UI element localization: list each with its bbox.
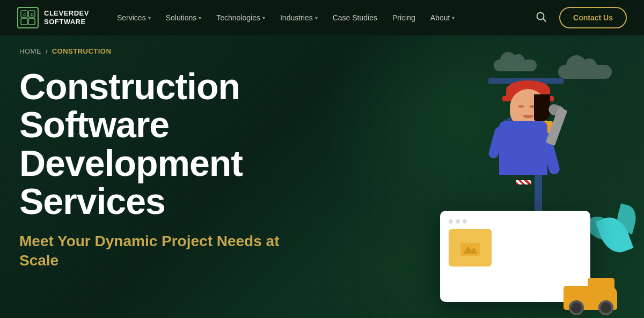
contact-us-button[interactable]: Contact Us <box>559 7 627 28</box>
worker-mouth <box>523 115 533 118</box>
svg-text:D: D <box>31 12 34 17</box>
logo[interactable]: C D CLEVERDEV SOFTWARE <box>17 7 89 28</box>
hero-title: Construction Software Development Servic… <box>19 68 320 221</box>
construction-vehicle <box>564 280 628 318</box>
breadcrumb-current: CONSTRUCTION <box>52 47 112 55</box>
screen-dot-1 <box>449 219 453 224</box>
vehicle-wheel-left <box>569 300 584 315</box>
screen-image <box>449 229 492 267</box>
nav-item-pricing[interactable]: Pricing <box>386 9 422 26</box>
main-nav: Services ▾ Solutions ▾ Technologies ▾ In… <box>111 9 531 26</box>
nav-item-solutions[interactable]: Solutions ▾ <box>159 9 208 26</box>
breadcrumb-separator: / <box>46 47 48 55</box>
chevron-down-icon: ▾ <box>452 15 455 21</box>
search-button[interactable] <box>531 7 551 29</box>
worker-hair <box>534 94 550 121</box>
svg-rect-3 <box>28 18 35 25</box>
svg-text:C: C <box>23 12 26 17</box>
hero-section: HOME / CONSTRUCTION Construction Softwar… <box>0 35 644 318</box>
hero-content: Construction Software Development Servic… <box>19 68 320 270</box>
site-header: C D CLEVERDEV SOFTWARE Services ▾ Soluti… <box>0 0 644 35</box>
chevron-down-icon: ▾ <box>199 15 201 21</box>
nav-item-about[interactable]: About ▾ <box>424 9 462 26</box>
svg-point-10 <box>473 244 477 248</box>
chevron-down-icon: ▾ <box>262 15 265 21</box>
screen-dot-3 <box>463 219 467 224</box>
plant-decoration <box>585 200 639 275</box>
breadcrumb-home[interactable]: HOME <box>19 47 41 55</box>
nav-item-case-studies[interactable]: Case Studies <box>326 9 384 26</box>
logo-icon: C D <box>17 7 39 28</box>
nav-item-industries[interactable]: Industries ▾ <box>274 9 324 26</box>
breadcrumb: HOME / CONSTRUCTION <box>19 47 111 55</box>
screen-dot-2 <box>456 219 460 224</box>
search-icon <box>536 11 546 22</box>
svg-rect-2 <box>21 18 27 25</box>
hero-illustration <box>311 35 644 318</box>
screen-content <box>449 229 582 267</box>
nav-item-services[interactable]: Services ▾ <box>111 9 157 26</box>
worker-eye-left <box>518 105 524 108</box>
screen-dots <box>449 219 582 224</box>
vehicle-wheel-right <box>598 300 613 315</box>
worker-character <box>504 78 569 196</box>
logo-text: CLEVERDEV SOFTWARE <box>44 9 89 26</box>
chevron-down-icon: ▾ <box>315 15 318 21</box>
hero-subtitle: Meet Your Dynamic Project Needs at Scale <box>19 232 320 271</box>
header-right: Contact Us <box>531 7 627 29</box>
chevron-down-icon: ▾ <box>148 15 151 21</box>
svg-line-7 <box>543 19 546 21</box>
worker-body <box>499 121 547 175</box>
nav-item-technologies[interactable]: Technologies ▾ <box>210 9 272 26</box>
